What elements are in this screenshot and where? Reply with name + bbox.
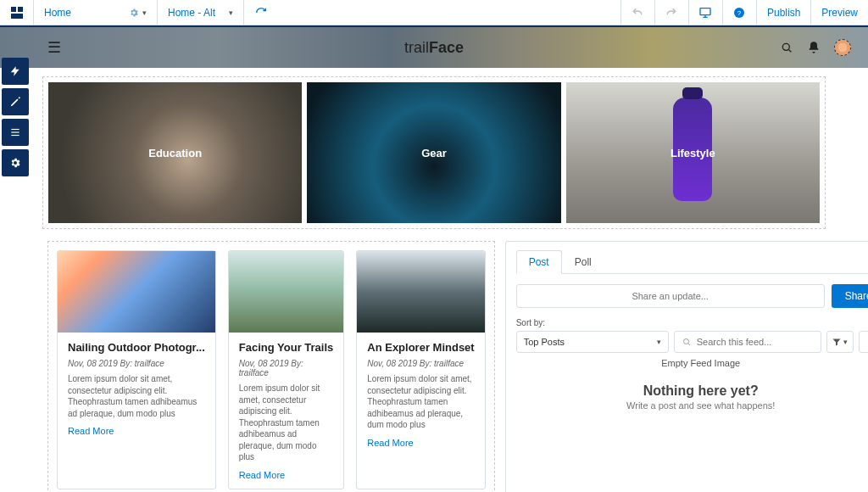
page-selector-secondary[interactable]: Home - Alt ▾ xyxy=(158,0,244,25)
app-launcher-icon[interactable] xyxy=(0,0,34,25)
chevron-down-icon[interactable]: ▾ xyxy=(229,8,233,17)
refresh-button[interactable] xyxy=(244,0,278,25)
page-secondary-label: Home - Alt xyxy=(168,7,215,19)
svg-rect-1 xyxy=(18,7,23,12)
svg-rect-3 xyxy=(700,8,710,14)
page-primary-label: Home xyxy=(44,7,71,19)
preview-button[interactable]: Preview xyxy=(810,0,868,25)
chevron-down-icon[interactable]: ▾ xyxy=(142,8,147,17)
publish-button[interactable]: Publish xyxy=(756,0,810,25)
svg-rect-2 xyxy=(11,14,23,19)
builder-top-bar: Home ▾ Home - Alt ▾ ? Publish Preview xyxy=(0,0,868,25)
gear-icon[interactable] xyxy=(129,8,139,18)
page-selector-primary[interactable]: Home ▾ xyxy=(34,0,158,25)
help-icon[interactable]: ? xyxy=(722,0,756,25)
svg-text:?: ? xyxy=(737,8,742,16)
svg-rect-0 xyxy=(11,7,16,12)
undo-button[interactable] xyxy=(620,0,654,25)
desktop-view-icon[interactable] xyxy=(688,0,722,25)
redo-button[interactable] xyxy=(654,0,688,25)
